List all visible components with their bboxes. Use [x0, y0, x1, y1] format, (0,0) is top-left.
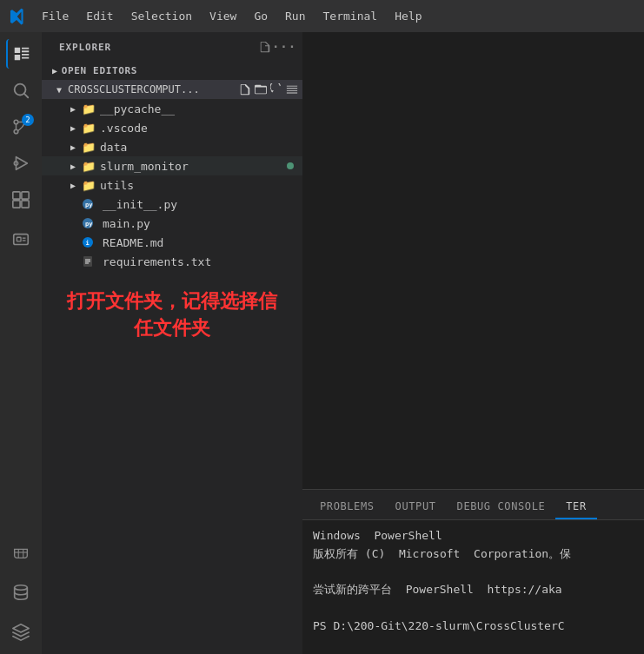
- menu-terminal[interactable]: Terminal: [316, 6, 385, 26]
- activity-remote[interactable]: [6, 225, 36, 254]
- terminal-line-6: PS D:\200-Git\220-slurm\CrossClusterC: [313, 618, 634, 636]
- editor-main: [302, 32, 644, 489]
- menu-edit[interactable]: Edit: [79, 6, 120, 26]
- terminal-line-5: [313, 599, 634, 618]
- init-py-label: __init__.py: [103, 198, 177, 211]
- readme-file-icon: i: [82, 236, 94, 248]
- slurm-monitor-label: slurm_monitor: [100, 160, 189, 173]
- collapse-all-action[interactable]: [285, 83, 299, 96]
- menu-file[interactable]: File: [35, 6, 76, 26]
- folder-icon-slurm: 📁: [82, 160, 96, 173]
- root-folder-chevron: ▼: [52, 85, 66, 95]
- folder-icon-utils: 📁: [82, 179, 96, 192]
- activity-extensions[interactable]: [6, 185, 36, 215]
- root-folder-item[interactable]: ▼ CROSSCLUSTERCOMPUT...: [42, 80, 302, 99]
- svg-text:i: i: [86, 240, 90, 247]
- readme-label: README.md: [103, 236, 163, 249]
- activity-explorer[interactable]: [6, 39, 36, 69]
- requirements-label: requirements.txt: [103, 255, 211, 268]
- svg-rect-10: [22, 201, 29, 208]
- editor-area: PROBLEMS OUTPUT DEBUG CONSOLE TER Window…: [302, 32, 644, 654]
- tree-item-main-py[interactable]: ▶ py main.py: [42, 214, 302, 233]
- main-py-label: main.py: [103, 217, 150, 230]
- activity-layers[interactable]: [6, 618, 36, 647]
- new-file-action[interactable]: [238, 83, 252, 96]
- tree-item-slurm-monitor[interactable]: ▶ 📁 slurm_monitor: [42, 156, 302, 175]
- tree-item-requirements[interactable]: ▶ requirements.txt: [42, 252, 302, 271]
- source-control-badge: 2: [22, 114, 34, 126]
- menu-run[interactable]: Run: [278, 6, 312, 26]
- utils-label: utils: [100, 179, 134, 192]
- vscode-logo: [7, 7, 26, 26]
- menu-bar: File Edit Selection View Go Run Terminal…: [0, 0, 644, 32]
- tree-item-data[interactable]: ▶ 📁 data: [42, 137, 302, 156]
- svg-text:py: py: [85, 221, 93, 228]
- terminal-line-1: Windows PowerShell: [313, 527, 634, 545]
- terminal-line-4: 尝试新的跨平台 PowerShell https://aka: [313, 581, 634, 599]
- activity-search[interactable]: [6, 76, 36, 105]
- menu-view[interactable]: View: [202, 6, 243, 26]
- activity-database[interactable]: [6, 578, 36, 607]
- folder-icon: 📁: [82, 102, 96, 116]
- svg-text:py: py: [85, 201, 93, 208]
- panel-area: PROBLEMS OUTPUT DEBUG CONSOLE TER Window…: [302, 489, 644, 654]
- svg-rect-8: [22, 192, 29, 199]
- svg-rect-12: [17, 237, 21, 241]
- sidebar-title: EXPLORER ···: [42, 32, 302, 62]
- open-editors-label: OPEN EDITORS: [62, 65, 137, 76]
- terminal-line-3: [313, 564, 634, 582]
- txt-file-icon: [82, 255, 94, 268]
- file-tree: ▶ 📁 __pycache__ ▶ 📁 .vscode ▶ 📁 data ▶ 📁…: [42, 99, 302, 654]
- terminal-line-2: 版权所有 (C) Microsoft Corporation。保: [313, 545, 634, 564]
- data-label: data: [100, 141, 127, 154]
- annotation-text: 打开文件夹，记得选择信任文件夹: [59, 288, 285, 342]
- terminal-content[interactable]: Windows PowerShell 版权所有 (C) Microsoft Co…: [302, 520, 644, 654]
- svg-rect-7: [13, 192, 20, 199]
- refresh-action[interactable]: [269, 83, 283, 96]
- new-file-icon[interactable]: [257, 39, 273, 55]
- modified-dot: [287, 162, 294, 169]
- activity-run[interactable]: [6, 149, 36, 178]
- annotation-area: 打开文件夹，记得选择信任文件夹: [42, 271, 302, 360]
- sidebar-header-icons: ···: [257, 39, 292, 55]
- main-python-file-icon: py: [82, 217, 94, 229]
- vscode-label: .vscode: [100, 122, 148, 135]
- sidebar: EXPLORER ··· ▶ OPEN EDITORS ▼ CROSSCLUST…: [42, 32, 302, 654]
- root-folder-actions: [238, 83, 299, 96]
- main-layout: 2: [0, 32, 644, 654]
- panel-tabs: PROBLEMS OUTPUT DEBUG CONSOLE TER: [302, 490, 644, 520]
- open-editors-chevron: ▶: [52, 66, 58, 76]
- tree-item-init-py[interactable]: ▶ py __init__.py: [42, 195, 302, 214]
- activity-bar: 2: [0, 32, 42, 654]
- tree-item-pycache[interactable]: ▶ 📁 __pycache__: [42, 99, 302, 118]
- tab-output[interactable]: OUTPUT: [385, 495, 447, 519]
- tab-debug-console[interactable]: DEBUG CONSOLE: [447, 495, 556, 519]
- svg-line-1: [24, 94, 29, 98]
- menu-selection[interactable]: Selection: [124, 6, 199, 26]
- root-folder-name: CROSSCLUSTERCOMPUT...: [68, 83, 200, 96]
- tree-item-vscode[interactable]: ▶ 📁 .vscode: [42, 118, 302, 137]
- menu-help[interactable]: Help: [388, 6, 428, 26]
- open-editors-section[interactable]: ▶ OPEN EDITORS: [42, 62, 302, 80]
- activity-source-control[interactable]: 2: [6, 112, 36, 142]
- svg-point-18: [15, 585, 28, 591]
- folder-icon-vscode: 📁: [82, 122, 96, 135]
- menu-go[interactable]: Go: [247, 6, 275, 26]
- pycache-label: __pycache__: [100, 102, 175, 116]
- tree-item-readme[interactable]: ▶ i README.md: [42, 233, 302, 252]
- tab-problems[interactable]: PROBLEMS: [309, 495, 385, 519]
- folder-icon-data: 📁: [82, 141, 96, 154]
- new-folder-action[interactable]: [254, 83, 268, 96]
- activity-docker[interactable]: [6, 538, 36, 567]
- python-file-icon: py: [82, 198, 94, 210]
- tab-terminal[interactable]: TER: [555, 495, 596, 519]
- tree-item-utils[interactable]: ▶ 📁 utils: [42, 175, 302, 195]
- more-options-icon[interactable]: ···: [276, 39, 292, 55]
- svg-rect-9: [13, 201, 20, 208]
